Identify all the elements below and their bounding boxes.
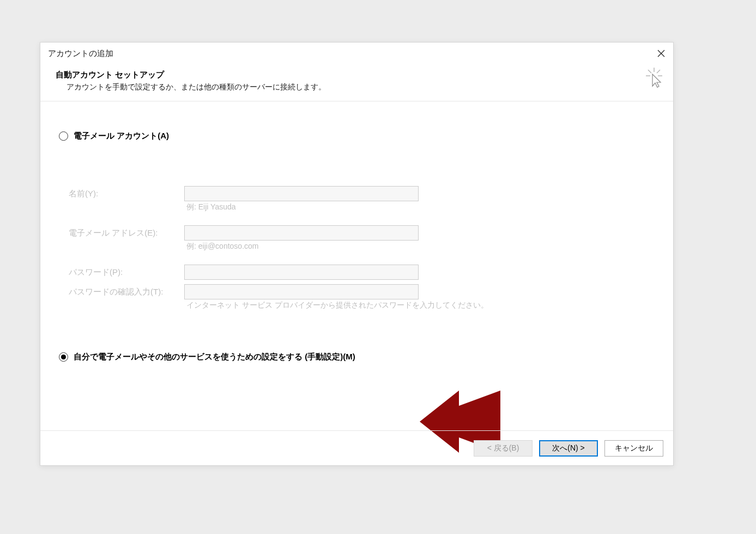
content-area: 電子メール アカウント(A) 名前(Y): 例: Eiji Yasuda 電子メ…: [40, 101, 673, 373]
cursor-click-icon: [646, 68, 662, 88]
form-row-email: 電子メール アドレス(E):: [69, 225, 655, 241]
svg-line-4: [657, 70, 660, 73]
radio-icon: [59, 131, 68, 141]
email-label: 電子メール アドレス(E):: [69, 228, 184, 238]
form-row-password: パスワード(P):: [69, 265, 655, 280]
svg-line-3: [648, 70, 651, 73]
footer: < 戻る(B) 次へ(N) > キャンセル: [40, 430, 673, 465]
close-button[interactable]: [652, 46, 670, 61]
form-area: 名前(Y): 例: Eiji Yasuda 電子メール アドレス(E): 例: …: [59, 186, 655, 310]
add-account-dialog: アカウントの追加 自動アカウント セットアップ アカウントを手動で設定するか、ま…: [40, 42, 674, 466]
close-icon: [657, 50, 665, 57]
cancel-button-label: キャンセル: [615, 443, 653, 453]
form-row-name: 名前(Y):: [69, 186, 655, 201]
email-input: [184, 225, 419, 241]
back-button: < 戻る(B): [474, 440, 533, 457]
next-button[interactable]: 次へ(N) >: [539, 440, 598, 457]
password-confirm-label: パスワードの確認入力(T):: [69, 287, 184, 297]
form-row-password-confirm: パスワードの確認入力(T):: [69, 284, 655, 299]
password-hint: インターネット サービス プロバイダーから提供されたパスワードを入力してください…: [69, 301, 655, 310]
name-label: 名前(Y):: [69, 189, 184, 199]
back-button-label: < 戻る(B): [487, 443, 519, 453]
email-hint: 例: eiji@contoso.com: [69, 242, 655, 251]
password-label: パスワード(P):: [69, 267, 184, 278]
radio-email-account[interactable]: 電子メール アカウント(A): [59, 131, 655, 141]
titlebar: アカウントの追加: [40, 43, 673, 64]
name-input: [184, 186, 419, 201]
radio-manual-setup[interactable]: 自分で電子メールやその他のサービスを使うための設定をする (手動設定)(M): [59, 352, 655, 362]
radio-manual-setup-label: 自分で電子メールやその他のサービスを使うための設定をする (手動設定)(M): [74, 352, 355, 362]
next-button-label: 次へ(N) >: [552, 443, 585, 453]
header-section: 自動アカウント セットアップ アカウントを手動で設定するか、または他の種類のサー…: [40, 64, 673, 101]
password-confirm-input: [184, 284, 419, 299]
dialog-title: アカウントの追加: [48, 49, 113, 59]
radio-icon-selected: [59, 352, 68, 362]
header-title: 自動アカウント セットアップ: [56, 70, 658, 80]
cancel-button[interactable]: キャンセル: [604, 440, 663, 457]
password-input: [184, 265, 419, 280]
radio-email-account-label: 電子メール アカウント(A): [74, 131, 169, 141]
name-hint: 例: Eiji Yasuda: [69, 202, 655, 212]
header-subtitle: アカウントを手動で設定するか、または他の種類のサーバーに接続します。: [56, 82, 658, 92]
